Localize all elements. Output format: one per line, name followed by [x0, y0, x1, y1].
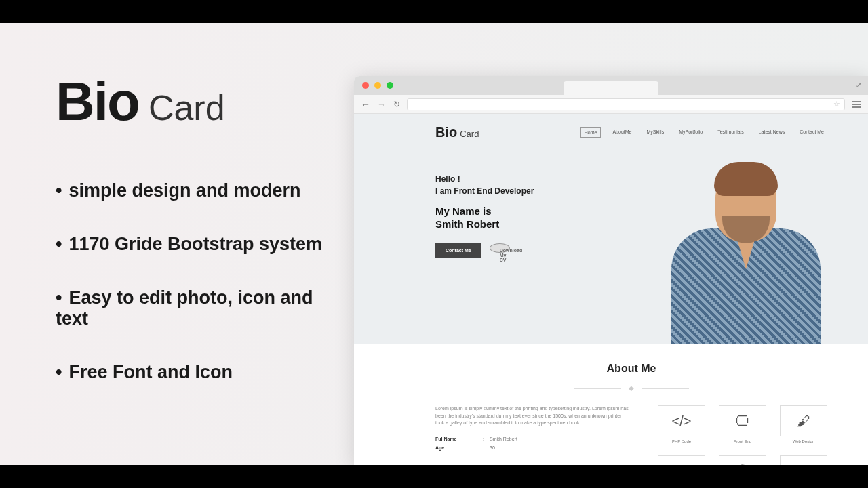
hero-myname-label: My Name is: [435, 205, 639, 217]
about-section: About Me ◆ Lorem ipsum is simply dummy t…: [354, 344, 868, 466]
hero-photo: [651, 154, 841, 344]
site-logo-bio: Bio: [435, 125, 457, 140]
nav-skills[interactable]: MySkills: [643, 127, 667, 138]
nav-home[interactable]: Home: [580, 127, 601, 138]
info-value: 30: [490, 445, 495, 450]
menu-icon[interactable]: [852, 101, 861, 108]
divider-icon: ◆: [435, 384, 827, 392]
hero-role: I am Front End Developer: [435, 186, 639, 196]
site-header: Bio Card Home AboutMe MySkills MyPortfol…: [354, 114, 868, 147]
expand-icon[interactable]: ⤢: [856, 81, 861, 89]
hero-buttons: Contact Me Download My CV: [435, 243, 639, 258]
info-label: FullName: [435, 436, 483, 441]
hero-text: Hello ! I am Front End Developer My Name…: [435, 174, 639, 344]
feature-list: simple design and modern 1170 Gride Boot…: [56, 180, 340, 383]
skill-item: 🖌 Web Design: [780, 405, 827, 443]
back-icon[interactable]: ←: [361, 99, 370, 110]
skill-item: </> PHP Code: [658, 405, 705, 443]
main-nav: Home AboutMe MySkills MyPortfolio Testim…: [580, 127, 827, 138]
info-colon: :: [483, 445, 490, 450]
nav-news[interactable]: Latest News: [755, 127, 789, 138]
info-value: Smith Robert: [490, 436, 517, 441]
skill-item: 🖵 Front End: [719, 405, 766, 443]
browser-tab[interactable]: [564, 81, 658, 95]
promo-area: Bio Card simple design and modern 1170 G…: [0, 23, 868, 465]
maximize-icon[interactable]: [387, 82, 393, 89]
nav-contact[interactable]: Contact Me: [796, 127, 827, 138]
feature-item: 1170 Gride Bootstrap system: [56, 234, 340, 255]
hero-name: Smith Robert: [435, 218, 639, 230]
feature-item: Easy to edit photo, icon and text: [56, 287, 340, 329]
site-logo-card: Card: [460, 129, 479, 139]
logo-card: Card: [149, 87, 225, 128]
skill-label: Web Design: [780, 439, 827, 443]
address-bar: ← → ↻ ☆: [354, 95, 868, 114]
skill-label: Front End: [719, 439, 766, 443]
feature-item: simple design and modern: [56, 180, 340, 201]
nav-about[interactable]: AboutMe: [609, 127, 635, 138]
bookmark-icon[interactable]: ☆: [833, 100, 840, 108]
url-input[interactable]: ☆: [407, 98, 845, 110]
info-colon: :: [483, 436, 490, 441]
minimize-icon[interactable]: [374, 82, 381, 89]
code-icon[interactable]: </>: [658, 405, 705, 436]
logo-bio: Bio: [56, 70, 139, 133]
forward-icon[interactable]: →: [377, 99, 387, 110]
about-text-col: Lorem ipsum is simply dummy text of the …: [435, 405, 631, 466]
traffic-lights: [362, 82, 393, 89]
browser-tab-bar: ⤢: [354, 76, 868, 95]
product-logo: Bio Card: [56, 70, 340, 133]
reload-icon[interactable]: ↻: [393, 100, 400, 109]
browser-preview: ⤢ ← → ↻ ☆ Bio Card Home: [354, 23, 868, 465]
about-description: Lorem ipsum is simply dummy text of the …: [435, 405, 631, 427]
photo-hair: [714, 162, 778, 196]
page-content: Bio Card Home AboutMe MySkills MyPortfol…: [354, 114, 868, 466]
about-columns: Lorem ipsum is simply dummy text of the …: [435, 405, 827, 466]
browser-window: ⤢ ← → ↻ ☆ Bio Card Home: [354, 76, 868, 466]
letterbox-top: [0, 0, 868, 23]
letterbox-bottom: [0, 465, 868, 488]
site-logo[interactable]: Bio Card: [435, 125, 479, 140]
monitor-icon[interactable]: 🖵: [719, 405, 766, 436]
download-cv-button[interactable]: Download My CV: [490, 243, 510, 253]
nav-portfolio[interactable]: MyPortfolio: [675, 127, 706, 138]
info-row: FullName : Smith Robert: [435, 436, 631, 441]
nav-testimonials[interactable]: Testimonials: [714, 127, 747, 138]
hero-hello: Hello !: [435, 174, 639, 184]
contact-button[interactable]: Contact Me: [435, 243, 481, 258]
left-panel: Bio Card simple design and modern 1170 G…: [0, 23, 354, 465]
skill-label: PHP Code: [658, 439, 705, 443]
hero-section: Hello ! I am Front End Developer My Name…: [354, 147, 868, 344]
feature-item: Free Font and Icon: [56, 362, 340, 383]
skills-grid: </> PHP Code 🖵 Front End 🖌 Web Design: [658, 405, 827, 466]
about-title: About Me: [435, 363, 827, 375]
info-row: Age : 30: [435, 445, 631, 450]
info-label: Age: [435, 445, 483, 450]
brush-icon[interactable]: 🖌: [780, 405, 827, 436]
close-icon[interactable]: [362, 82, 369, 89]
